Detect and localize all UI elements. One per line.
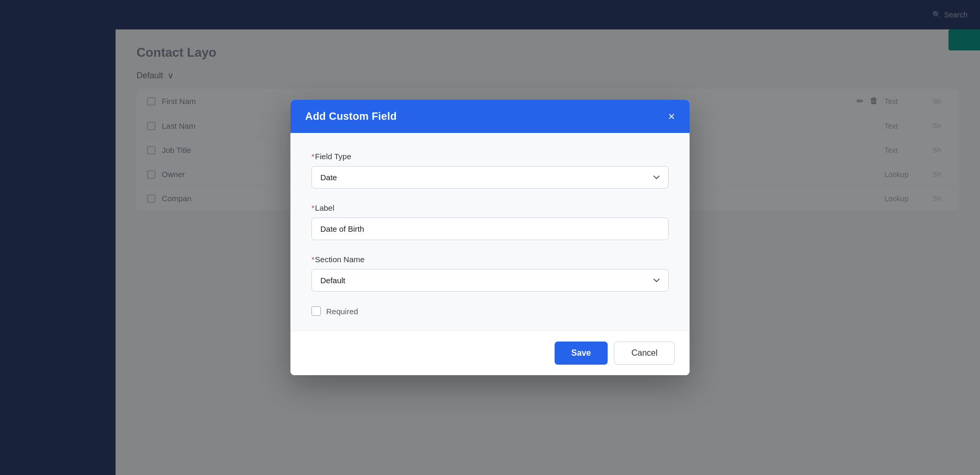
field-type-group: *Field Type Date Text Number Lookup Chec…	[311, 152, 669, 189]
section-name-label: *Section Name	[311, 255, 669, 264]
save-button[interactable]: Save	[555, 342, 608, 365]
modal-overlay: Add Custom Field × *Field Type Date Text…	[0, 0, 980, 475]
label-group: *Label	[311, 203, 669, 240]
required-checkbox-label: Required	[326, 307, 358, 316]
modal-body: *Field Type Date Text Number Lookup Chec…	[290, 133, 690, 331]
section-name-select[interactable]: Default Personal Work Other	[311, 269, 669, 292]
label-input[interactable]	[311, 218, 669, 240]
modal-footer: Save Cancel	[290, 331, 690, 375]
field-type-label: *Field Type	[311, 152, 669, 161]
cancel-button[interactable]: Cancel	[614, 342, 675, 365]
modal-header: Add Custom Field ×	[290, 100, 690, 133]
field-type-required-star: *	[311, 152, 315, 161]
close-button[interactable]: ×	[668, 111, 675, 122]
add-custom-field-modal: Add Custom Field × *Field Type Date Text…	[290, 100, 690, 375]
required-checkbox[interactable]	[311, 306, 321, 316]
label-field-label: *Label	[311, 203, 669, 212]
modal-title: Add Custom Field	[305, 110, 397, 122]
label-required-star: *	[311, 203, 315, 212]
section-name-group: *Section Name Default Personal Work Othe…	[311, 255, 669, 292]
field-type-select[interactable]: Date Text Number Lookup Checkbox Email P…	[311, 166, 669, 189]
required-checkbox-row: Required	[311, 306, 669, 316]
section-required-star: *	[311, 255, 315, 264]
